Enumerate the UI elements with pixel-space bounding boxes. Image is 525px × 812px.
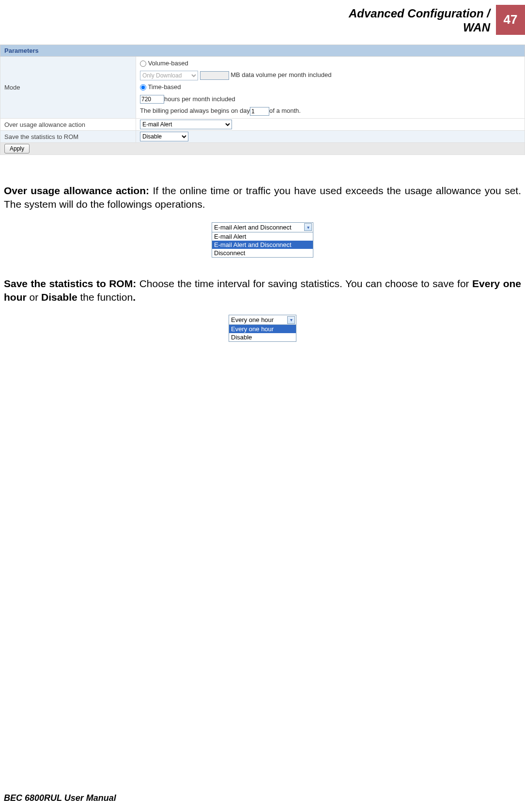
over-usage-option-2[interactable]: Disconnect	[212, 249, 313, 257]
header-title-line1: Advanced Configuration /	[349, 7, 490, 20]
page-header: Advanced Configuration / WAN 47	[0, 0, 525, 35]
over-usage-desc-title: Over usage allowance action:	[4, 185, 149, 196]
over-usage-dropdown-selected[interactable]: E-mail Alert and Disconnect ▾	[212, 223, 313, 232]
over-usage-option-1[interactable]: E-mail Alert and Disconnect	[212, 241, 313, 249]
billing-prefix: The billing period always begins on day	[140, 107, 250, 114]
save-stats-desc-mid3: the function	[77, 291, 133, 303]
save-stats-option-0[interactable]: Every one hour	[229, 325, 296, 333]
save-stats-desc-mid2: or	[27, 291, 41, 303]
footer-text: BEC 6800RUL User Manual	[4, 793, 116, 803]
parameters-table: Parameters Mode Volume-based Only Downlo…	[0, 45, 525, 155]
volume-based-label: Volume-based	[148, 60, 188, 67]
save-stats-desc-mid1: Choose the time interval for saving stat…	[136, 278, 472, 289]
over-usage-label: Over usage allowance action	[0, 119, 136, 131]
download-type-select[interactable]: Only Download	[140, 71, 198, 80]
save-stats-description: Save the statistics to ROM: Choose the t…	[4, 277, 521, 305]
save-stats-dropdown-figure: Every one hour ▾ Every one hour Disable	[229, 315, 296, 342]
hours-input[interactable]	[140, 95, 164, 104]
save-stats-dropdown-selected[interactable]: Every one hour ▾	[229, 315, 296, 325]
time-based-radio[interactable]	[140, 84, 146, 91]
over-usage-dropdown-figure: E-mail Alert and Disconnect ▾ E-mail Ale…	[212, 222, 313, 258]
header-title-line2: WAN	[463, 21, 490, 34]
save-stats-desc-bold4: .	[133, 291, 136, 303]
mode-cell: Volume-based Only Download MB data volum…	[136, 56, 525, 118]
save-stats-select[interactable]: Disable	[140, 132, 188, 141]
header-title: Advanced Configuration / WAN	[349, 5, 496, 35]
billing-suffix: of a month.	[269, 107, 301, 114]
save-stats-desc-bold3: Disable	[41, 291, 77, 303]
mb-suffix: MB data volume per month included	[231, 71, 331, 78]
apply-button[interactable]: Apply	[4, 144, 30, 153]
over-usage-description: Over usage allowance action: If the onli…	[4, 184, 521, 212]
chevron-down-icon: ▾	[304, 223, 312, 231]
save-stats-cell: Disable	[136, 131, 525, 143]
parameters-header: Parameters	[0, 45, 525, 56]
over-usage-cell: E-mail Alert	[136, 119, 525, 131]
page-number-badge: 47	[496, 5, 525, 35]
mode-label: Mode	[0, 56, 136, 118]
over-usage-selected-text: E-mail Alert and Disconnect	[214, 224, 292, 231]
over-usage-select[interactable]: E-mail Alert	[140, 120, 232, 129]
billing-day-input[interactable]	[250, 107, 269, 116]
chevron-down-icon: ▾	[287, 316, 295, 324]
mb-volume-input[interactable]	[200, 71, 229, 80]
save-stats-selected-text: Every one hour	[231, 316, 274, 323]
save-stats-label: Save the statistics to ROM	[0, 131, 136, 143]
save-stats-option-1[interactable]: Disable	[229, 333, 296, 341]
save-stats-desc-title: Save the statistics to ROM:	[4, 278, 136, 289]
volume-based-radio[interactable]	[140, 61, 146, 67]
time-based-label: Time-based	[148, 83, 181, 91]
over-usage-option-0[interactable]: E-mail Alert	[212, 232, 313, 241]
hours-suffix: hours per month included	[164, 95, 235, 103]
